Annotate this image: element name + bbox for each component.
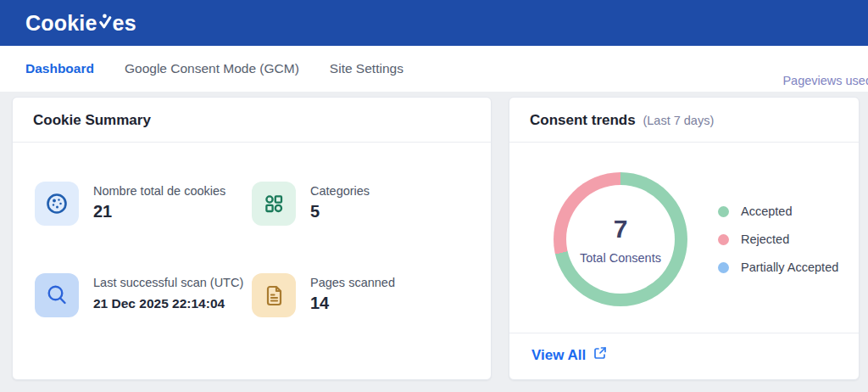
consent-donut: 7 Total Consents (554, 172, 687, 306)
external-link-icon (593, 346, 607, 364)
consent-trends-body: 7 Total Consents Accepted Rejected Parti… (509, 143, 859, 333)
stat-label: Categories (310, 182, 370, 198)
chart-legend: Accepted Rejected Partially Accepted (718, 204, 838, 274)
stat-label: Nombre total de cookies (93, 182, 225, 198)
stat-value: 21 Dec 2025 22:14:04 (93, 296, 243, 311)
consent-trends-card: Consent trends (Last 7 days) 7 Total Con… (509, 97, 860, 380)
total-consents-label: Total Consents (580, 251, 661, 265)
main-content: Cookie Summary Nom (12, 97, 860, 380)
tab-navigation: Dashboard Google Consent Mode (GCM) Site… (0, 46, 868, 92)
stat-value: 5 (310, 202, 370, 221)
pageviews-used-label[interactable]: Pageviews used (782, 74, 868, 87)
consent-trends-footer: View All (509, 333, 859, 379)
legend-label: Partially Accepted (741, 260, 838, 274)
stat-value: 21 (93, 202, 225, 221)
categories-icon (252, 182, 296, 226)
stat-label: Pages scanned (310, 273, 395, 289)
consent-trends-title: Consent trends (530, 112, 636, 128)
legend-item-partially-accepted: Partially Accepted (718, 260, 838, 274)
legend-item-accepted: Accepted (718, 204, 838, 218)
cookie-summary-body: Nombre total de cookies 21 C (13, 143, 491, 365)
donut-center: 7 Total Consents (566, 185, 675, 294)
legend-label: Accepted (741, 204, 792, 218)
tab-dashboard[interactable]: Dashboard (25, 61, 94, 76)
cookieyes-logo[interactable]: Cookie es (25, 11, 136, 36)
legend-item-rejected: Rejected (718, 232, 838, 246)
stat-label: Last successful scan (UTC) (93, 273, 243, 289)
view-all-link[interactable]: View All (531, 346, 607, 364)
cookie-summary-title: Cookie Summary (13, 98, 491, 143)
logo-text-suffix: es (113, 11, 136, 36)
scan-search-icon (35, 273, 79, 317)
stat-categories: Categories 5 (252, 182, 469, 226)
logo-checkmark-y-icon (98, 11, 112, 36)
cookie-icon (35, 182, 79, 226)
stat-last-scan: Last successful scan (UTC) 21 Dec 2025 2… (35, 273, 252, 317)
total-consents-value: 7 (614, 215, 628, 244)
logo-text-prefix: Cookie (25, 11, 97, 36)
stat-pages-scanned: Pages scanned 14 (252, 273, 469, 317)
document-icon (252, 273, 296, 317)
legend-label: Rejected (741, 232, 789, 246)
consent-trends-header: Consent trends (Last 7 days) (509, 98, 859, 143)
stat-value: 14 (310, 294, 395, 313)
topbar: Cookie es (0, 0, 868, 46)
stat-total-cookies: Nombre total de cookies 21 (35, 182, 252, 226)
tab-google-consent-mode[interactable]: Google Consent Mode (GCM) (125, 61, 299, 76)
tab-site-settings[interactable]: Site Settings (330, 61, 403, 76)
partially-accepted-dot-icon (718, 262, 729, 273)
consent-trends-subtitle: (Last 7 days) (643, 114, 714, 127)
view-all-label: View All (531, 347, 586, 364)
accepted-dot-icon (718, 206, 729, 217)
cookie-summary-card: Cookie Summary Nom (12, 97, 492, 380)
rejected-dot-icon (718, 234, 729, 245)
